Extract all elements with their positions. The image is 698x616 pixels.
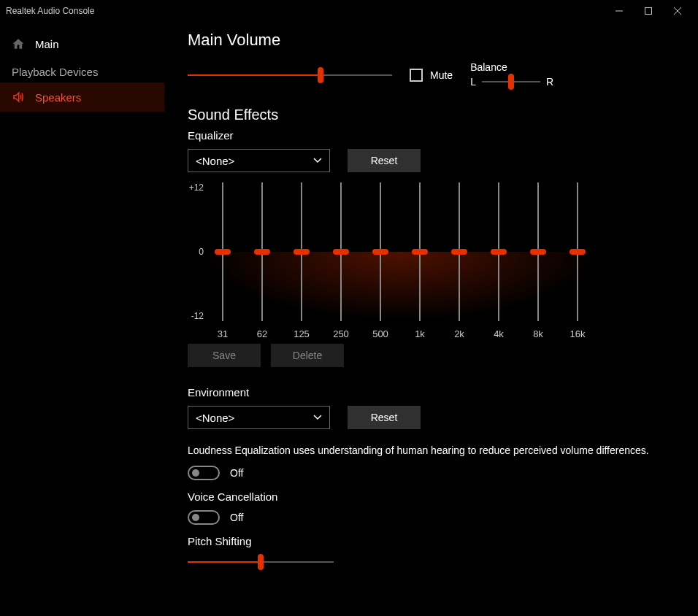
sidebar: Main Playback Devices Speakers xyxy=(0,22,164,616)
close-button[interactable] xyxy=(663,0,692,22)
eq-band-freq-label: 125 xyxy=(294,328,310,339)
main-volume-heading: Main Volume xyxy=(188,31,680,50)
sidebar-section-playback: Playback Devices xyxy=(0,58,164,82)
eq-band-freq-label: 62 xyxy=(257,328,267,339)
speaker-icon xyxy=(12,91,25,104)
equalizer-label: Equalizer xyxy=(188,129,680,142)
eq-band-slider[interactable] xyxy=(340,182,342,321)
svg-rect-1 xyxy=(645,8,652,15)
main-volume-slider[interactable] xyxy=(188,68,392,82)
home-icon xyxy=(12,37,25,50)
eq-band-slider[interactable] xyxy=(222,182,223,321)
eq-band-slider[interactable] xyxy=(577,182,578,321)
eq-scale-top: +12 xyxy=(189,182,204,193)
pitch-shifting-label: Pitch Shifting xyxy=(188,535,680,547)
eq-band-freq-label: 2k xyxy=(454,328,464,339)
eq-band-slider[interactable] xyxy=(301,182,302,321)
titlebar: Realtek Audio Console xyxy=(0,0,698,22)
eq-band-freq-label: 31 xyxy=(218,328,228,339)
equalizer: +12 0 -12 31621252505001k2k4k8k16k xyxy=(188,182,680,339)
eq-band-slider[interactable] xyxy=(419,182,421,321)
sidebar-item-speakers[interactable]: Speakers xyxy=(0,82,164,112)
environment-label: Environment xyxy=(188,386,680,399)
balance-slider[interactable] xyxy=(482,74,540,89)
eq-band: 31 xyxy=(217,182,229,339)
eq-band-slider[interactable] xyxy=(537,182,539,321)
minimize-button[interactable] xyxy=(605,0,634,22)
voice-cancellation-state-label: Off xyxy=(230,512,243,523)
environment-reset-button[interactable]: Reset xyxy=(348,406,421,429)
eq-band: 1k xyxy=(414,182,426,339)
eq-band-freq-label: 1k xyxy=(415,328,425,339)
equalizer-delete-button[interactable]: Delete xyxy=(271,344,344,367)
voice-cancellation-label: Voice Cancellation xyxy=(188,490,680,503)
loudness-state-label: Off xyxy=(230,467,243,479)
eq-band: 2k xyxy=(453,182,465,339)
eq-band-freq-label: 4k xyxy=(494,328,504,339)
equalizer-preset-select[interactable]: <None> xyxy=(188,149,330,172)
checkbox-icon xyxy=(410,69,423,82)
eq-band-slider[interactable] xyxy=(261,182,263,321)
balance-right-label: R xyxy=(546,76,553,88)
chevron-down-icon xyxy=(313,158,322,163)
eq-band: 250 xyxy=(335,182,347,339)
eq-band-freq-label: 16k xyxy=(570,328,586,339)
eq-band-slider[interactable] xyxy=(498,182,499,321)
sound-effects-heading: Sound Effects xyxy=(188,107,680,123)
eq-band: 4k xyxy=(493,182,505,339)
eq-band: 16k xyxy=(572,182,583,339)
loudness-toggle[interactable] xyxy=(188,466,220,480)
equalizer-reset-button[interactable]: Reset xyxy=(348,149,421,172)
pitch-shifting-slider[interactable] xyxy=(188,555,334,569)
loudness-description: Loudness Equalization uses understanding… xyxy=(188,444,680,458)
equalizer-save-button[interactable]: Save xyxy=(188,344,261,367)
chevron-down-icon xyxy=(313,415,322,420)
sidebar-item-main[interactable]: Main xyxy=(0,29,164,58)
maximize-button[interactable] xyxy=(634,0,663,22)
eq-band-freq-label: 8k xyxy=(533,328,543,339)
balance-label: Balance xyxy=(470,61,553,73)
eq-band: 62 xyxy=(256,182,268,339)
sidebar-item-label: Main xyxy=(35,38,59,50)
equalizer-preset-value: <None> xyxy=(196,155,234,167)
eq-scale-bottom: -12 xyxy=(191,311,204,321)
eq-band-slider[interactable] xyxy=(380,182,381,321)
sidebar-item-label: Speakers xyxy=(35,91,81,104)
main-panel: Main Volume Mute Balance L xyxy=(164,22,698,616)
eq-scale-mid: 0 xyxy=(199,247,204,257)
voice-cancellation-toggle[interactable] xyxy=(188,510,220,525)
eq-band: 500 xyxy=(375,182,386,339)
mute-checkbox[interactable]: Mute xyxy=(410,69,453,82)
mute-label: Mute xyxy=(430,69,453,81)
eq-band: 8k xyxy=(532,182,544,339)
eq-band-slider[interactable] xyxy=(459,182,460,321)
eq-band-freq-label: 250 xyxy=(333,328,349,339)
eq-band-freq-label: 500 xyxy=(372,328,388,339)
window-title: Realtek Audio Console xyxy=(6,6,605,16)
balance-left-label: L xyxy=(470,76,476,88)
environment-preset-value: <None> xyxy=(196,412,234,424)
eq-band: 125 xyxy=(296,182,307,339)
environment-preset-select[interactable]: <None> xyxy=(188,406,330,429)
